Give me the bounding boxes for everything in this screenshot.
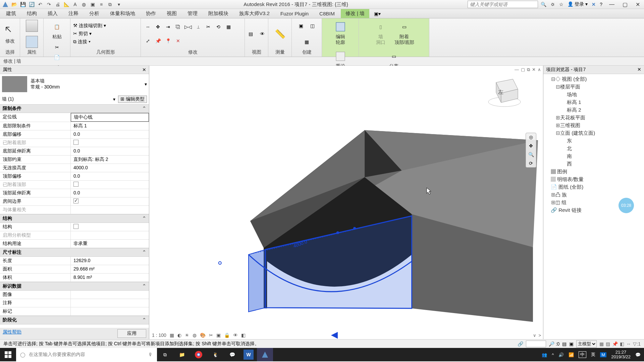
- favorite-icon[interactable]: ☆: [559, 2, 564, 7]
- wall-opening-button[interactable]: ▯墙 洞口: [372, 19, 390, 46]
- search-icon[interactable]: 🔍: [541, 2, 546, 7]
- cat-dimensions[interactable]: 尺寸标注: [3, 249, 21, 255]
- viewcube[interactable]: 左: [486, 72, 523, 110]
- workset-select[interactable]: 主模型: [576, 340, 597, 348]
- node-ceiling[interactable]: ⊞天花板平面: [543, 114, 644, 122]
- select-underlay-icon[interactable]: ▨: [606, 341, 610, 347]
- prop-base-constraint[interactable]: 底部限制条件标高 1: [0, 122, 149, 130]
- prop-struct-usage[interactable]: 结构用途非承重: [0, 240, 149, 248]
- thin-lines-icon[interactable]: ≡: [98, 1, 105, 8]
- measure-icon[interactable]: 📐: [63, 1, 70, 8]
- modify-button[interactable]: 修改: [1, 23, 19, 45]
- prop-image[interactable]: 图像: [0, 291, 149, 299]
- prop-room-bounding[interactable]: 房间边界: [0, 197, 149, 206]
- chrome-icon[interactable]: [191, 348, 207, 361]
- tab-fuzor[interactable]: Fuzor Plugin: [276, 9, 313, 18]
- rotate-icon[interactable]: ⟲: [214, 22, 223, 31]
- properties-button[interactable]: [26, 20, 38, 32]
- node-site[interactable]: 场地: [543, 91, 644, 99]
- section-icon[interactable]: ▣: [89, 1, 96, 8]
- wechat-icon[interactable]: 💬: [224, 348, 240, 361]
- offset-icon[interactable]: ⇥: [164, 22, 172, 31]
- tab-massing[interactable]: 体量和场地: [105, 9, 140, 18]
- split-icon[interactable]: ✂: [204, 22, 213, 31]
- node-south[interactable]: 南: [543, 153, 644, 160]
- taskbar-search[interactable]: ◯在这里输入你要搜索的内容🎙: [16, 348, 157, 361]
- close-win-icon[interactable]: ⧉: [107, 1, 113, 8]
- prop-location-line[interactable]: 定位线墙中心线: [0, 113, 149, 122]
- tab-addins[interactable]: 附加模块: [204, 9, 233, 18]
- view-hide-icon[interactable]: 👁: [258, 29, 267, 38]
- properties-close-icon[interactable]: ✕: [142, 67, 146, 72]
- attach-top-base-button[interactable]: ▭附着 顶部/底部: [392, 19, 417, 46]
- shadows-icon[interactable]: ◍: [193, 333, 197, 338]
- node-elevation[interactable]: ⊟立面 (建筑立面): [543, 129, 644, 137]
- copy-icon[interactable]: 📄: [53, 53, 61, 62]
- view-max-icon[interactable]: ▢: [521, 67, 525, 72]
- tab-analyze[interactable]: 分析: [85, 9, 104, 18]
- node-views[interactable]: ⊟◇ 视图 (全部): [543, 75, 644, 83]
- create-parts-icon[interactable]: ▦: [303, 38, 311, 46]
- signin-button[interactable]: 👤 登录 ▾: [568, 1, 588, 7]
- network-icon[interactable]: 📶: [569, 352, 574, 357]
- edit-type-button[interactable]: ⊞ 编辑类型: [118, 96, 147, 103]
- close-button[interactable]: ✕: [636, 1, 640, 8]
- view-close-icon[interactable]: ✕: [532, 67, 536, 72]
- minimize-button[interactable]: —: [609, 1, 614, 8]
- view-min-icon[interactable]: —: [515, 67, 519, 72]
- revit-app-icon[interactable]: [2, 1, 9, 8]
- prop-comments[interactable]: 注释: [0, 299, 149, 307]
- move-icon[interactable]: ✥: [154, 22, 162, 31]
- mic-icon[interactable]: 🎙: [148, 352, 153, 357]
- tab-collaborate[interactable]: 协作: [141, 9, 161, 18]
- redo-icon[interactable]: ↷: [46, 1, 52, 8]
- reveal-icon[interactable]: ◧: [241, 333, 246, 338]
- drawing-area[interactable]: 4000.0 左 ◎ ✥ 🔍 ⟳ —▢⧉✕∧ 1 : 100 ▦: [149, 66, 543, 339]
- tab-annotate[interactable]: 注释: [64, 9, 83, 18]
- delete-icon[interactable]: ✕: [174, 37, 182, 45]
- select-face-icon[interactable]: ◧: [620, 341, 624, 347]
- mirror-icon[interactable]: ▷◁: [184, 22, 193, 31]
- edit-profile-button[interactable]: 编辑 轮廓: [331, 19, 350, 46]
- tab-zuku[interactable]: 族库大师V3.2: [234, 9, 274, 18]
- node-families[interactable]: ⊞凸 族: [543, 191, 644, 199]
- tray-chevron-icon[interactable]: ^: [552, 352, 554, 357]
- view-scale[interactable]: 1 : 100: [152, 333, 166, 338]
- node-sheets[interactable]: 📄 图纸 (全部): [543, 183, 644, 191]
- node-floorplans[interactable]: ⊟楼层平面: [543, 83, 644, 91]
- node-3d[interactable]: ⊞三维视图: [543, 122, 644, 129]
- node-level1[interactable]: 标高 1: [543, 99, 644, 106]
- type-selector[interactable]: 基本墙常规 - 300mm ▾: [0, 74, 149, 94]
- prop-unconn-height[interactable]: 无连接高度4000.0: [0, 164, 149, 172]
- select-pinned-icon[interactable]: 📌: [612, 341, 618, 347]
- threeD-icon[interactable]: ◍: [80, 1, 87, 8]
- start-button[interactable]: [0, 348, 16, 361]
- explorer-icon[interactable]: 📁: [174, 348, 190, 361]
- people-icon[interactable]: 👥: [542, 352, 547, 357]
- help-icon[interactable]: ?: [600, 2, 602, 7]
- collapse-icon[interactable]: ⌃: [142, 106, 146, 112]
- drag-elements-icon[interactable]: ↔: [626, 341, 631, 347]
- chevron-down-icon[interactable]: ▾: [113, 97, 115, 102]
- task-view-icon[interactable]: ⧉: [157, 348, 173, 361]
- scroll-left-icon[interactable]: ∨: [533, 333, 536, 338]
- open-icon[interactable]: 📂: [11, 1, 17, 8]
- undo-icon[interactable]: ↶: [37, 1, 44, 8]
- detail-level-icon[interactable]: ▦: [170, 333, 174, 338]
- scroll-up-icon[interactable]: ∧: [538, 67, 541, 72]
- revit-taskbar-icon[interactable]: [257, 348, 273, 361]
- cut-icon[interactable]: ✂: [53, 43, 61, 52]
- copy-mod-icon[interactable]: ⿻: [174, 22, 182, 31]
- visual-style-icon[interactable]: ◐: [177, 333, 181, 338]
- paste-button[interactable]: 📋粘贴: [48, 19, 66, 40]
- zoom-icon[interactable]: 🔍: [528, 152, 534, 157]
- node-schedules[interactable]: ▤ 明细表/数量: [543, 176, 644, 183]
- tab-modify-wall[interactable]: 修改 | 墙: [341, 9, 369, 18]
- view-graphics-icon[interactable]: ▤: [247, 29, 255, 38]
- tab-structure[interactable]: 结构: [22, 9, 42, 18]
- pan-icon[interactable]: ✥: [529, 143, 533, 148]
- view-restore-icon[interactable]: ⧉: [527, 67, 530, 72]
- cat-structure[interactable]: 结构: [3, 216, 12, 222]
- taskbar-time[interactable]: 21:27: [611, 350, 631, 355]
- prop-top-constraint[interactable]: 顶部约束直到标高: 标高 2: [0, 156, 149, 164]
